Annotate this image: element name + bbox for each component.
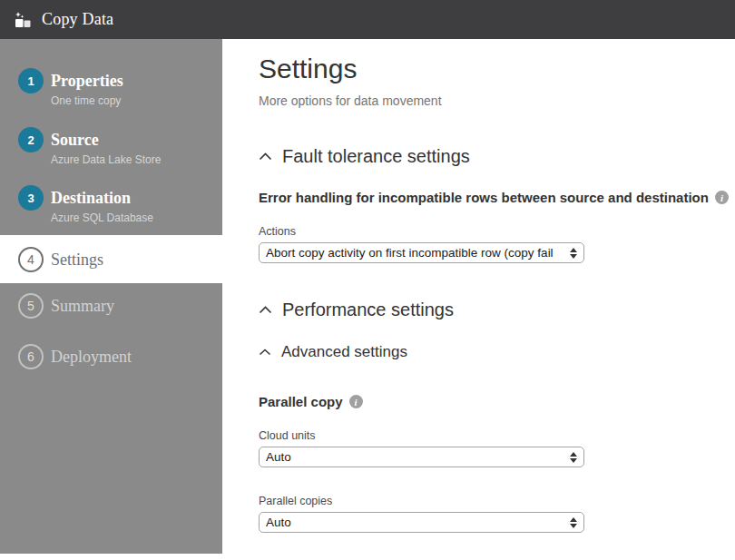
chevron-up-icon [259,152,272,161]
parallel-copies-label: Parallel copies [259,495,735,507]
updown-stepper-icon [570,248,577,259]
updown-stepper-icon [570,452,577,463]
sidebar-step-summary[interactable]: 5 Summary [0,293,222,319]
parallel-copy-label: Parallel copy [259,394,343,409]
info-icon[interactable]: i [715,191,729,204]
step-subtitle: Azure SQL Database [51,211,153,224]
updown-stepper-icon [570,517,577,528]
cloud-units-label: Cloud units [259,429,735,442]
step-title: Destination [51,185,153,211]
app-title: Copy Data [42,10,113,29]
chevron-up-icon [259,306,272,314]
step-number-badge: 6 [18,344,44,369]
page-subtitle: More options for data movement [259,93,735,108]
parallel-copies-select[interactable]: Auto [259,512,584,533]
wizard-steps-sidebar: 1 Properties One time copy 2 Source Azur… [0,39,222,554]
section-title: Advanced settings [281,343,407,361]
fault-tolerance-section-header[interactable]: Fault tolerance settings [259,146,735,167]
error-handling-label: Error handling for incompatible rows bet… [259,190,709,205]
step-number-badge: 2 [18,127,44,152]
advanced-section-header[interactable]: Advanced settings [259,343,735,361]
info-icon[interactable]: i [349,395,363,408]
step-title: Source [51,127,161,152]
error-handling-label-row: Error handling for incompatible rows bet… [259,190,735,205]
sidebar-step-destination[interactable]: 3 Destination Azure SQL Database [0,185,222,224]
sidebar-step-properties[interactable]: 1 Properties One time copy [0,68,222,107]
sidebar-step-deployment[interactable]: 6 Deployment [0,344,222,369]
sidebar-step-source[interactable]: 2 Source Azure Data Lake Store [0,127,222,166]
step-number-badge: 4 [18,247,44,272]
actions-label: Actions [259,225,735,238]
step-number-badge: 1 [18,68,44,93]
step-title: Deployment [51,344,132,369]
copy-data-sparkle-icon [11,8,34,32]
titlebar: Copy Data [0,0,735,39]
chevron-up-icon [259,349,271,356]
actions-select[interactable]: Abort copy activity on first incompatibl… [259,242,584,263]
step-subtitle: Azure Data Lake Store [51,153,161,166]
parallel-copy-label-row: Parallel copy i [259,394,735,409]
cloud-units-select[interactable]: Auto [259,447,584,467]
performance-section-header[interactable]: Performance settings [259,300,735,320]
step-title: Summary [51,293,114,319]
parallel-copies-select-value: Auto [266,516,566,529]
actions-select-value: Abort copy activity on first incompatibl… [266,246,566,260]
step-number-badge: 5 [18,293,44,319]
sidebar-step-settings[interactable]: 4 Settings [0,235,222,283]
page-title: Settings [259,54,735,84]
cloud-units-select-value: Auto [266,450,566,464]
step-subtitle: One time copy [51,94,123,107]
section-title: Performance settings [282,300,454,320]
step-title: Settings [51,247,103,272]
section-title: Fault tolerance settings [282,146,470,167]
settings-panel: Settings More options for data movement … [222,39,735,560]
step-number-badge: 3 [18,185,44,211]
step-title: Properties [51,68,123,93]
